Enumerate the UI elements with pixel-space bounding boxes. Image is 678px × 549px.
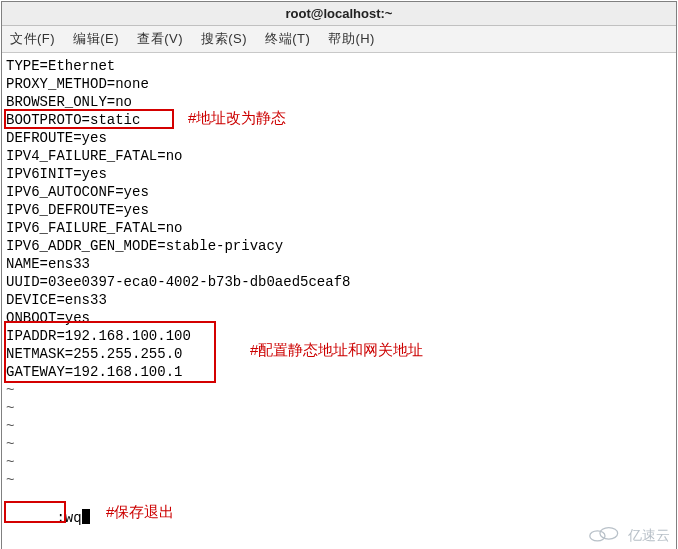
menu-file[interactable]: 文件(F) [10,31,55,46]
vim-tilde: ~ [6,471,672,489]
menu-search[interactable]: 搜索(S) [201,31,247,46]
window-titlebar: root@localhost:~ [2,2,676,26]
svg-point-1 [600,528,618,539]
menu-bar: 文件(F) 编辑(E) 查看(V) 搜索(S) 终端(T) 帮助(H) [2,26,676,53]
menu-view[interactable]: 查看(V) [137,31,183,46]
config-line: IPV6_FAILURE_FATAL=no [6,219,672,237]
vim-tilde: ~ [6,435,672,453]
menu-edit[interactable]: 编辑(E) [73,31,119,46]
annotation-save-exit: #保存退出 [106,503,174,521]
vim-command: :wq [56,510,81,526]
config-line: IPV6_AUTOCONF=yes [6,183,672,201]
vim-tilde: ~ [6,417,672,435]
config-line: UUID=03ee0397-eca0-4002-b73b-db0aed5ceaf… [6,273,672,291]
config-line: ONBOOT=yes [6,309,672,327]
vim-tilde: ~ [6,453,672,471]
vim-tilde: ~ [6,381,672,399]
config-line: BROWSER_ONLY=no [6,93,672,111]
text-cursor [82,509,90,524]
config-line: IPV6_ADDR_GEN_MODE=stable-privacy [6,237,672,255]
config-line: PROXY_METHOD=none [6,75,672,93]
config-line: IPV6INIT=yes [6,165,672,183]
window-title: root@localhost:~ [286,6,393,21]
config-line: GATEWAY=192.168.100.1 [6,363,672,381]
watermark-text: 亿速云 [628,527,670,545]
menu-terminal[interactable]: 终端(T) [265,31,310,46]
svg-point-0 [590,531,605,541]
config-line: IPV4_FAILURE_FATAL=no [6,147,672,165]
config-line: DEVICE=ens33 [6,291,672,309]
cloud-icon [586,524,624,547]
config-line: TYPE=Ethernet [6,57,672,75]
vim-tilde: ~ [6,399,672,417]
config-line: NAME=ens33 [6,255,672,273]
menu-help[interactable]: 帮助(H) [328,31,375,46]
config-line: BOOTPROTO=static [6,111,672,129]
config-line: DEFROUTE=yes [6,129,672,147]
config-line: IPV6_DEFROUTE=yes [6,201,672,219]
annotation-static-addr: #地址改为静态 [188,109,286,127]
watermark: 亿速云 [586,524,670,547]
terminal-area[interactable]: TYPE=Ethernet PROXY_METHOD=none BROWSER_… [2,53,676,549]
annotation-ip-config: #配置静态地址和网关地址 [250,341,423,359]
